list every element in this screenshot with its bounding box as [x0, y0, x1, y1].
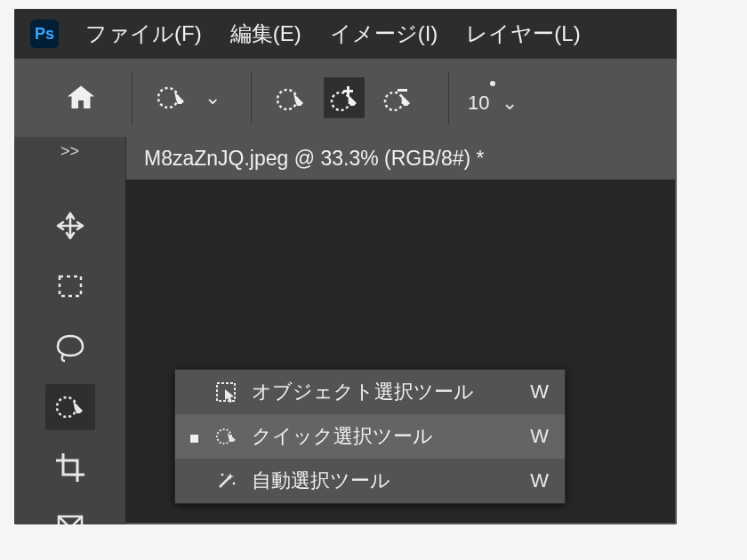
tool-preset-dropdown[interactable]: ⌄: [205, 86, 221, 109]
photoshop-window: Ps ファイル(F) 編集(E) イメージ(I) レイヤー(L) ⌄: [14, 9, 677, 524]
brush-size-picker[interactable]: 10 ⌄: [468, 81, 523, 115]
brush-size-dropdown-caret[interactable]: ⌄: [502, 92, 518, 115]
flyout-item-shortcut: W: [530, 425, 549, 448]
rectangular-marquee-tool[interactable]: [45, 263, 95, 309]
lasso-tool[interactable]: [45, 324, 95, 370]
document-tab[interactable]: M8zaZnJQ.jpeg @ 33.3% (RGB/8#) *: [126, 137, 677, 180]
home-button[interactable]: [60, 77, 101, 118]
move-tool[interactable]: [45, 203, 95, 249]
flyout-item-label: オブジェクト選択ツール: [252, 379, 518, 405]
crop-tool[interactable]: [45, 444, 95, 491]
brush-size-value: 10: [468, 92, 489, 115]
move-icon: [52, 208, 88, 244]
tool-flyout-menu: オブジェクト選択ツール W クイック選択ツール W: [174, 369, 566, 504]
menu-image[interactable]: イメージ(I): [328, 12, 440, 55]
brush-size-dot-icon: [490, 81, 495, 86]
marquee-icon: [52, 268, 88, 304]
add-to-selection-icon: [326, 80, 362, 116]
flyout-quick-selection-tool[interactable]: クイック選択ツール W: [175, 414, 565, 459]
svg-point-13: [221, 474, 224, 476]
frame-tool[interactable]: [45, 505, 95, 524]
collapse-panels-button[interactable]: >>: [14, 137, 125, 165]
crop-icon: [52, 450, 88, 485]
options-bar: ⌄: [14, 59, 677, 137]
frame-icon: [52, 510, 88, 524]
object-selection-icon: [213, 380, 239, 404]
svg-point-6: [57, 397, 76, 417]
menu-layer[interactable]: レイヤー(L): [464, 12, 582, 55]
document-tab-title: M8zaZnJQ.jpeg @ 33.3% (RGB/8#) *: [144, 147, 485, 171]
new-selection-button[interactable]: [270, 77, 311, 118]
flyout-object-selection-tool[interactable]: オブジェクト選択ツール W: [175, 370, 565, 414]
svg-rect-5: [60, 276, 81, 296]
subtract-from-selection-button[interactable]: [377, 77, 418, 118]
flyout-item-label: 自動選択ツール: [252, 468, 518, 494]
quick-selection-icon: [52, 389, 88, 425]
flyout-item-label: クイック選択ツール: [252, 423, 518, 450]
flyout-item-shortcut: W: [530, 469, 549, 492]
new-selection-icon: [273, 80, 309, 116]
svg-point-1: [277, 90, 297, 109]
quick-selection-flyout-icon: [213, 425, 239, 448]
flyout-item-shortcut: W: [530, 380, 549, 404]
tool-preset-icon[interactable]: [151, 77, 192, 118]
svg-point-3: [385, 92, 403, 110]
tools-panel: >>: [14, 137, 126, 524]
flyout-current-marker: [188, 425, 200, 448]
magic-wand-icon: [213, 469, 239, 492]
svg-point-0: [158, 88, 178, 108]
home-icon: [65, 82, 97, 114]
svg-rect-4: [398, 89, 407, 92]
svg-line-12: [220, 476, 230, 487]
svg-point-14: [233, 483, 236, 485]
lasso-icon: [52, 329, 88, 364]
quick-selection-brush-icon: [154, 80, 189, 116]
menubar: Ps ファイル(F) 編集(E) イメージ(I) レイヤー(L): [14, 9, 677, 59]
flyout-magic-wand-tool[interactable]: 自動選択ツール W: [175, 459, 565, 503]
add-to-selection-button[interactable]: [324, 77, 365, 118]
quick-selection-tool[interactable]: [45, 384, 95, 430]
menu-edit[interactable]: 編集(E): [229, 12, 303, 55]
menu-file[interactable]: ファイル(F): [84, 12, 204, 55]
app-logo: Ps: [30, 20, 59, 48]
subtract-from-selection-icon: [380, 80, 415, 116]
